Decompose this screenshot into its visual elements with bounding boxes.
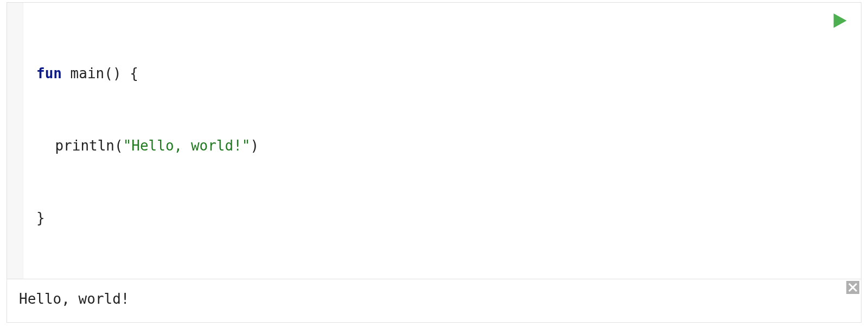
code-string-literal: "Hello, world!" bbox=[123, 137, 251, 154]
svg-marker-0 bbox=[834, 14, 847, 28]
keyword-fun: fun bbox=[36, 65, 62, 82]
code-line-1: fun main() { bbox=[36, 61, 848, 85]
code-line-2: println("Hello, world!") bbox=[36, 134, 848, 158]
output-panel: Hello, world! bbox=[7, 279, 861, 322]
close-output-button[interactable] bbox=[846, 280, 860, 294]
editor-area: fun main() { println("Hello, world!") } bbox=[7, 3, 861, 279]
code-line-1-rest: main() { bbox=[62, 65, 138, 82]
editor-gutter bbox=[7, 3, 23, 279]
play-icon bbox=[832, 12, 848, 29]
code-line-3: } bbox=[36, 206, 848, 230]
code-editor[interactable]: fun main() { println("Hello, world!") } bbox=[23, 3, 861, 279]
code-playground: fun main() { println("Hello, world!") } … bbox=[7, 2, 861, 323]
code-call-println: println( bbox=[55, 137, 123, 154]
code-call-close: ) bbox=[250, 137, 259, 154]
output-text: Hello, world! bbox=[19, 291, 130, 307]
run-button[interactable] bbox=[831, 11, 849, 30]
close-icon bbox=[846, 281, 859, 294]
code-closing-brace: } bbox=[36, 210, 45, 226]
